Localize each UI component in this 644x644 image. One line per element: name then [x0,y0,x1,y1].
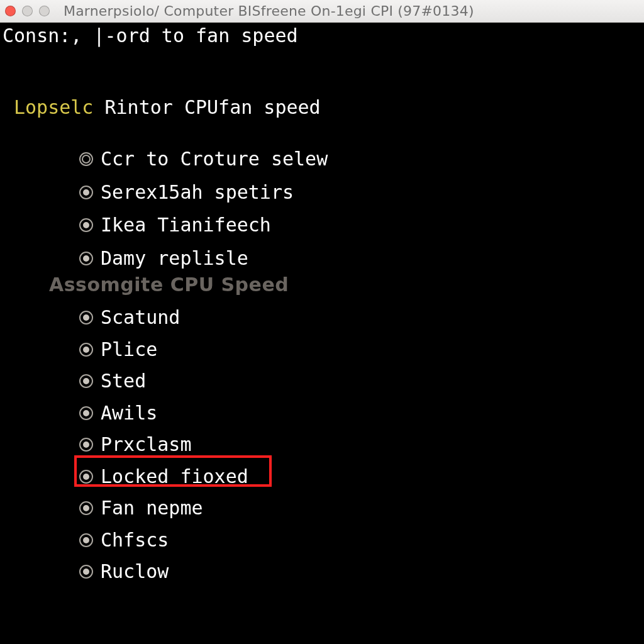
option-label: Locked fioxed [101,466,248,488]
section-header-prefix: Lopselc [14,96,93,118]
bios-screen: Consn:, |-ord to fan speed Lopselc Rinto… [0,23,644,644]
options-group-2: Scatund Plice Sted Awils Prxclasm Locked… [79,307,248,583]
close-icon[interactable] [5,6,16,16]
list-item[interactable]: Ruclow [79,561,248,583]
radio-icon [79,218,93,232]
option-label: Fan nepme [101,497,203,519]
list-item[interactable]: Ccr to Croture selew [79,148,328,170]
radio-icon [79,438,93,452]
options-group-1: Ccr to Croture selew Serex15ah spetirs I… [79,148,328,269]
section-header-rest: Rintor CPUfan speed [93,96,320,118]
radio-icon [79,374,93,388]
option-label: Damy replisle [101,248,248,270]
window-controls [5,6,50,16]
console-top-line: Consn:, |-ord to fan speed [3,25,298,47]
list-item[interactable]: Serex15ah spetirs [79,182,328,204]
option-label: Chfscs [101,530,169,552]
radio-icon [79,406,93,420]
section-header: Lopselc Rintor CPUfan speed [14,97,321,119]
radio-icon [79,311,93,325]
sub-section-header: Assomgite CPU Speed [49,274,289,296]
list-item[interactable]: Awils [79,402,248,425]
option-label: Scatund [101,307,180,329]
list-item[interactable]: Prxclasm [79,434,248,456]
list-item[interactable]: Damy replisle [79,248,328,270]
list-item[interactable]: Chfscs [79,530,248,552]
window-title: Marnerpsiolo/ Computer BISfreene On-1egi… [64,3,474,19]
radio-icon [79,470,93,484]
zoom-icon[interactable] [39,6,50,16]
option-label: Awils [101,402,157,425]
option-label: Serex15ah spetirs [101,182,294,204]
option-label: Plice [101,339,157,361]
radio-icon [79,533,93,547]
radio-icon [79,252,93,265]
list-item[interactable]: Fan nepme [79,497,248,519]
radio-icon [79,186,93,199]
list-item[interactable]: Scatund [79,307,248,329]
list-item-highlighted[interactable]: Locked fioxed [79,466,248,488]
minimize-icon[interactable] [22,6,33,16]
option-label: Prxclasm [101,434,192,456]
option-label: Ikea Tianifeech [101,214,271,236]
radio-icon [79,565,93,579]
option-label: Ccr to Croture selew [101,148,328,170]
list-item[interactable]: Sted [79,370,248,392]
window-titlebar: Marnerpsiolo/ Computer BISfreene On-1egi… [0,0,644,23]
list-item[interactable]: Ikea Tianifeech [79,214,328,236]
option-label: Ruclow [101,561,169,583]
radio-icon [79,501,93,515]
radio-icon [79,343,93,357]
radio-icon [79,152,93,166]
list-item[interactable]: Plice [79,339,248,361]
option-label: Sted [101,370,146,392]
